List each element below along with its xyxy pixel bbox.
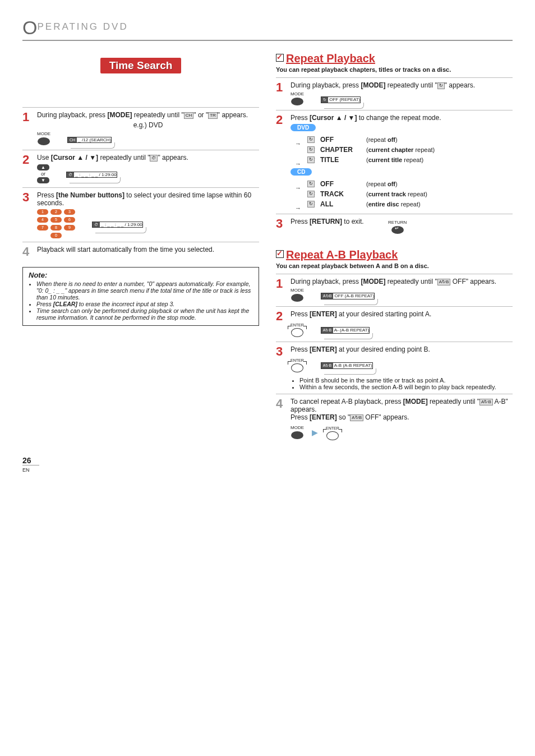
ab-step-4: 4 To cancel repeat A-B playback, press [… [276, 394, 513, 445]
note-title: Note: [29, 271, 253, 279]
text: repeatedly until " [385, 278, 437, 285]
repeat-step-1: 1 During playback, press [MODE] repeated… [276, 77, 513, 110]
osd-display: A↻B OFF (A-B REPEAT) [321, 291, 375, 299]
text-bold: [ENTER] [310, 345, 337, 353]
right-column: Repeat Playback You can repeat playback … [276, 47, 513, 445]
text: OFF" appears. [450, 278, 496, 285]
mode-label: CHAPTER [320, 146, 361, 154]
mode-label: MODE [290, 425, 304, 430]
text: During playback, press [290, 278, 361, 285]
text: to change the repeat mode. [357, 114, 441, 122]
osd-text: _ : _ _ : _ _ / 1:29:00 [75, 172, 116, 177]
arrow-icon: ▶ [312, 428, 318, 437]
mode-label: OFF [320, 180, 361, 188]
step-number: 4 [22, 246, 33, 258]
heading-text: Repeat A-B Playback [286, 248, 398, 261]
step-number: 3 [22, 191, 33, 238]
ch-chip: CH [184, 112, 194, 119]
osd-display: A↻B A- (A-B REPEAT) [321, 325, 370, 334]
enter-button-graphic: ENTER [290, 320, 304, 338]
cd-pill: CD [290, 168, 312, 176]
header-title: PERATING DVD [37, 21, 128, 32]
enter-button-graphic: ENTER [290, 356, 304, 374]
text-bold: [MODE] [403, 398, 428, 405]
text-bold: [MODE] [361, 81, 385, 89]
text: " appears. [158, 154, 188, 162]
subheading: You can repeat playback chapters, titles… [276, 66, 513, 73]
time-step-3: 3 Press [the Number buttons] to select y… [22, 187, 259, 242]
number-pad-graphic: 123 456 789 0 [37, 209, 75, 238]
ab-step-2: 2 Press [ENTER] at your desired starting… [276, 306, 513, 342]
text: repeatedly until " [428, 398, 479, 405]
return-label: RETURN [388, 220, 407, 225]
text: OFF" appears. [363, 413, 409, 421]
check-icon [276, 54, 284, 62]
osd-display: A↻B A-B (A-B REPEAT) [321, 361, 373, 369]
time-step-1: 1 During playback, press [MODE] repeated… [22, 107, 259, 150]
eg-label: e.g.) DVD [37, 121, 259, 129]
step-number: 4 [276, 398, 286, 441]
osd-text: OFF (A-B REPEAT) [335, 293, 375, 298]
repeat-step-2: 2 Press [Cursor ▲ / ▼] to change the rep… [276, 110, 513, 214]
repeat-ab-heading: Repeat A-B Playback [276, 248, 513, 261]
text: at your desired starting point A. [337, 310, 432, 318]
text-bold: [Cursor ▲ / ▼] [51, 154, 98, 162]
repeat-step-3: 3 Press [RETURN] to exit. RETURN ↵ [276, 214, 513, 238]
mode-item: ↻ CHAPTER(current chapter repeat)↕ [307, 146, 513, 154]
time-search-heading: Time Search [100, 58, 182, 73]
header-letter: O [22, 17, 37, 38]
text: so " [337, 413, 350, 421]
repeat-heading: Repeat Playback [276, 52, 513, 65]
ab-chip: A↻B [350, 414, 363, 421]
note-box: Note: When there is no need to enter a n… [22, 267, 259, 326]
note-item: When there is no need to enter a number,… [36, 280, 253, 301]
osd-display: ↻ OFF (REPEAT) [321, 95, 361, 103]
ab-chip: A↻B [479, 399, 493, 405]
text: repeatedly until " [385, 81, 437, 89]
osd-text: OFF (REPEAT) [329, 97, 360, 102]
left-column: Time Search 1 During playback, press [MO… [22, 47, 259, 445]
cursor-keys-graphic: ▲ or ▼ [37, 164, 49, 184]
text: repeatedly until " [132, 111, 183, 119]
osd-text: A-B (A-B REPEAT) [334, 363, 372, 368]
text: Press [290, 310, 310, 318]
text-bold: [the Number buttons] [56, 191, 124, 199]
ab-step-3: 3 Press [ENTER] at your desired ending p… [276, 342, 513, 394]
text: Use [37, 154, 51, 162]
enter-button-graphic: ENTER [326, 423, 339, 441]
bullet: Point B should be in the same title or t… [299, 377, 513, 384]
clock-chip: ⏱ [150, 155, 158, 162]
mode-button-graphic: MODE [290, 288, 304, 303]
note-item: Time search can only be performed during… [36, 307, 253, 321]
text: To cancel repeat A-B playback, press [290, 398, 403, 405]
time-step-2: 2 Use [Cursor ▲ / ▼] repeatedly until "⏱… [22, 150, 259, 187]
text: at your desired ending point B. [337, 345, 430, 353]
mode-label: MODE [290, 91, 304, 96]
heading-text: Repeat Playback [286, 52, 375, 64]
or-label: or [37, 171, 49, 177]
step-number: 1 [276, 278, 286, 303]
mode-item: →↻ OFF(repeat off)↕ [307, 136, 513, 144]
enter-label: ENTER [326, 426, 339, 430]
mode-item: →↻ ALL(entire disc repeat) [307, 200, 513, 208]
text-bold: [ENTER] [310, 310, 337, 318]
step-number: 1 [276, 81, 286, 107]
mode-label: TITLE [320, 156, 361, 164]
step-number: 2 [276, 114, 286, 210]
time-step-4: 4 Playback will start automatically from… [22, 242, 259, 261]
osd-text: _ : _ _ : _ _ / 1:29:00 [101, 222, 142, 227]
text: Press [290, 345, 310, 353]
dvd-pill: DVD [290, 124, 316, 131]
text: Press [290, 413, 310, 421]
step-number: 2 [276, 310, 286, 338]
step-number: 3 [276, 345, 286, 390]
bullet: Within a few seconds, the section A-B wi… [299, 384, 513, 390]
mode-label: ALL [320, 200, 361, 208]
text: " appears. [445, 81, 475, 89]
osd-display: ⏱ _ : _ _ : _ _ / 1:29:00 [66, 170, 117, 178]
mode-label: OFF [320, 136, 361, 144]
text: Press [290, 114, 310, 122]
text: " appears. [218, 111, 248, 119]
ab-step-1: 1 During playback, press [MODE] repeated… [276, 274, 513, 306]
text-bold: [ENTER] [310, 413, 337, 421]
